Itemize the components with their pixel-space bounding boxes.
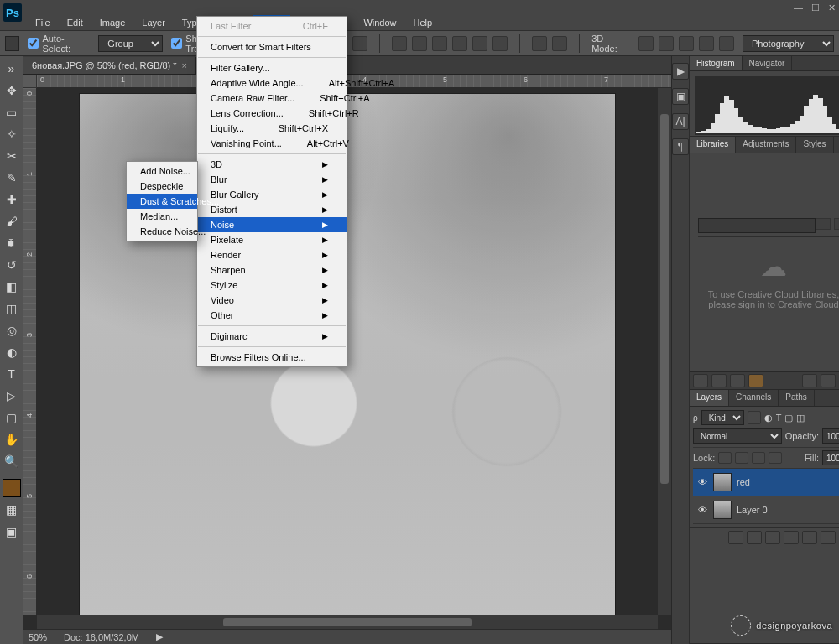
gradient-tool-icon[interactable]: ◫ [2,299,22,318]
tab-paths[interactable]: Paths [779,390,815,406]
foreground-color[interactable] [3,479,21,497]
filter-image-icon[interactable] [748,411,761,424]
dodge-tool-icon[interactable]: ◐ [2,343,22,361]
menu-item[interactable]: Despeckle [127,179,197,194]
tab-navigator[interactable]: Navigator [743,56,793,70]
blur-tool-icon[interactable]: ◎ [2,321,22,340]
collapsed-panel-icon[interactable]: ▣ [672,88,689,105]
menu-item[interactable]: Filter Gallery... [197,60,347,75]
horizontal-scrollbar[interactable] [37,615,658,629]
layers-footer[interactable] [690,527,839,546]
layers-panel-tabs[interactable]: LayersChannelsPaths [690,390,839,407]
menu-image[interactable]: Image [91,15,134,30]
layer-fx-icon[interactable] [747,531,762,544]
menu-item[interactable]: Noise▶ [197,217,347,232]
tab-histogram[interactable]: Histogram [690,56,743,70]
menu-item[interactable]: Liquify...Shift+Ctrl+X [197,121,347,136]
collapsed-panel-icon[interactable]: ¶ [672,138,689,155]
distribute-icons[interactable] [392,36,508,51]
3d-mode-icons[interactable] [638,36,734,51]
minimize-button[interactable]: — [794,3,803,13]
hand-tool-icon[interactable]: ✋ [2,430,22,449]
menu-file[interactable]: File [27,15,59,30]
crop-tool-icon[interactable]: ✂ [2,147,22,165]
menu-item[interactable]: Add Noise... [127,164,197,179]
type-tool-icon[interactable]: T [2,365,22,383]
opacity-value[interactable] [822,428,839,444]
menu-item[interactable]: Camera Raw Filter...Shift+Ctrl+A [197,91,347,106]
tab-channels[interactable]: Channels [729,390,779,406]
menu-item[interactable]: Blur Gallery▶ [197,187,347,202]
menu-item[interactable]: Video▶ [197,293,347,308]
menu-item[interactable]: Reduce Noise... [127,224,197,239]
link-layers-icon[interactable] [728,531,743,544]
menu-window[interactable]: Window [355,15,404,30]
group-icon[interactable] [802,531,817,544]
zoom-tool-icon[interactable]: 🔍 [2,452,22,470]
menu-item[interactable]: Adaptive Wide Angle...Alt+Shift+Ctrl+A [197,75,347,91]
menu-item[interactable]: Median... [127,209,197,224]
lock-transparent-icon[interactable] [718,452,732,464]
menu-item[interactable]: Pixelate▶ [197,232,347,247]
histogram-panel-tabs[interactable]: HistogramNavigator [690,56,839,71]
stamp-tool-icon[interactable]: ⧯ [2,234,22,252]
menu-item[interactable]: Render▶ [197,247,347,262]
auto-select-toggle[interactable]: Auto-Select: [28,34,90,54]
menu-layer[interactable]: Layer [133,15,174,30]
menu-item[interactable]: Distort▶ [197,202,347,217]
menu-item[interactable]: Lens Correction...Shift+Ctrl+R [197,106,347,121]
quickmask-icon[interactable]: ▦ [2,501,22,519]
layer-item[interactable]: 👁red [693,469,839,496]
visibility-icon[interactable]: 👁 [696,477,708,487]
menu-item[interactable]: Vanishing Point...Alt+Ctrl+V [197,136,347,151]
eraser-tool-icon[interactable]: ◧ [2,278,22,296]
zoom-level[interactable]: 50% [29,632,47,642]
close-button[interactable]: ✕ [828,3,836,13]
vertical-ruler[interactable]: 0123456 [23,88,37,615]
tab-adjustments[interactable]: Adjustments [736,137,796,153]
expand-icon[interactable]: » [2,60,22,78]
brush-tool-icon[interactable]: 🖌 [2,212,22,231]
main-menubar[interactable]: FileEditImageLayerTypeSelectFilter3DView… [0,15,839,31]
menu-item[interactable]: Browse Filters Online... [197,350,347,365]
blend-mode-select[interactable]: Normal [693,428,782,444]
collapsed-panel-icon[interactable]: A| [672,113,689,130]
auto-select-mode[interactable]: Group [98,35,163,52]
layer-list[interactable]: 👁red👁Layer 0 [693,469,839,524]
lock-image-icon[interactable] [735,452,748,464]
menu-item[interactable]: Digimarc▶ [197,329,347,344]
layer-mask-icon[interactable] [765,531,780,544]
spot-heal-icon[interactable]: ✚ [2,190,22,209]
magic-wand-icon[interactable]: ✧ [2,125,22,143]
menu-edit[interactable]: Edit [59,15,91,30]
filter-menu[interactable]: Last FilterCtrl+FConvert for Smart Filte… [196,16,347,367]
visibility-icon[interactable]: 👁 [696,505,708,515]
noise-submenu[interactable]: Add Noise...DespeckleDust & Scratches...… [126,161,198,242]
grid-view-icon[interactable] [816,218,831,230]
tab-styles[interactable]: Styles [796,137,833,153]
menu-item[interactable]: Convert for Smart Filters [197,39,347,55]
tab-libraries[interactable]: Libraries [690,137,736,153]
layer-item[interactable]: 👁Layer 0 [693,496,839,524]
menu-item[interactable]: Other▶ [197,308,347,323]
adjustment-layer-icon[interactable] [784,531,799,544]
document-tab[interactable]: 6новая.JPG @ 50% (red, RGB/8) * × [23,57,196,74]
eyedropper-icon[interactable]: ✎ [2,169,22,187]
menu-item[interactable]: Blur▶ [197,172,347,187]
arrange-icons[interactable] [532,36,567,51]
shape-tool-icon[interactable]: ▢ [2,408,22,427]
lock-all-icon[interactable] [769,452,782,464]
libraries-search[interactable] [698,218,816,233]
collapsed-panel-strip[interactable]: ▶▣A|¶ [672,56,690,644]
lock-position-icon[interactable] [752,452,765,464]
menu-item[interactable]: 3D▶ [197,157,347,172]
list-view-icon[interactable] [834,218,839,230]
move-tool-icon[interactable]: ✥ [2,81,22,100]
left-toolbar[interactable]: » ✥ ▭ ✧ ✂ ✎ ✚ 🖌 ⧯ ↺ ◧ ◫ ◎ ◐ T ▷ ▢ ✋ 🔍 ▦ … [0,56,23,644]
menu-help[interactable]: Help [405,15,441,30]
menu-item[interactable]: Dust & Scratches... [127,194,197,209]
marquee-tool-icon[interactable]: ▭ [2,103,22,122]
collapsed-panel-icon[interactable]: ▶ [672,63,689,80]
workspace-switcher[interactable]: Photography [743,35,834,52]
libraries-panel-tabs[interactable]: LibrariesAdjustmentsStyles [690,137,839,153]
